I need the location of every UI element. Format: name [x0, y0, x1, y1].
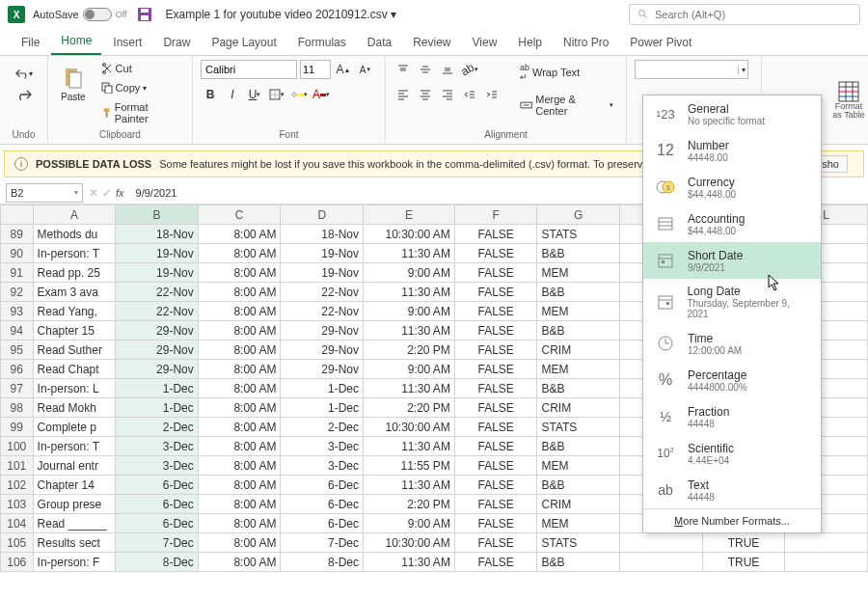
cell[interactable]: [785, 533, 868, 553]
format-option-fraction[interactable]: ½Fraction44448: [643, 398, 821, 435]
cell[interactable]: In-person: T: [33, 437, 116, 456]
cell[interactable]: Read pp. 25: [33, 263, 116, 283]
filename[interactable]: Example 1 for youtube video 20210912.csv…: [166, 8, 396, 21]
cell[interactable]: 3-Dec: [116, 456, 199, 476]
tab-data[interactable]: Data: [358, 30, 401, 55]
cell[interactable]: Read Chapt: [33, 360, 116, 379]
cell[interactable]: B&B: [537, 321, 620, 340]
cell[interactable]: 11:30 AM: [364, 553, 455, 572]
cell[interactable]: FALSE: [454, 283, 537, 302]
cell[interactable]: Chapter 14: [33, 476, 116, 495]
underline-button[interactable]: U▾: [245, 85, 264, 104]
cell[interactable]: 18-Nov: [116, 225, 199, 244]
tab-page-layout[interactable]: Page Layout: [202, 30, 285, 55]
cell[interactable]: 9:00 AM: [364, 263, 455, 283]
cancel-formula-icon[interactable]: ✕: [89, 186, 98, 200]
cell[interactable]: TRUE: [702, 533, 785, 553]
align-bottom-button[interactable]: [438, 60, 457, 79]
row-header[interactable]: 102: [1, 476, 34, 495]
fill-color-button[interactable]: ▾: [289, 85, 309, 104]
cell[interactable]: B&B: [537, 283, 620, 302]
autosave-toggle[interactable]: AutoSave Off: [33, 8, 127, 21]
tab-insert[interactable]: Insert: [103, 30, 151, 55]
cell[interactable]: 7-Dec: [116, 533, 199, 553]
cell[interactable]: [620, 553, 703, 572]
undo-button[interactable]: ▾: [14, 64, 34, 83]
cell[interactable]: 7-Dec: [281, 533, 364, 553]
col-header-E[interactable]: E: [364, 205, 455, 225]
col-header-B[interactable]: B: [116, 205, 199, 225]
cell[interactable]: 1-Dec: [116, 398, 199, 418]
row-header[interactable]: 98: [1, 398, 34, 418]
cell[interactable]: 2:20 PM: [364, 495, 455, 514]
cell[interactable]: 8:00 AM: [198, 553, 281, 572]
format-option-text[interactable]: abText44448: [643, 472, 821, 508]
cell[interactable]: 22-Nov: [116, 283, 199, 302]
cell[interactable]: FALSE: [454, 263, 537, 283]
cell[interactable]: 3-Dec: [116, 437, 199, 456]
cell[interactable]: 10:30:00 AM: [364, 533, 455, 553]
cell[interactable]: MEM: [537, 514, 620, 533]
cell[interactable]: [620, 533, 703, 553]
format-option-accounting[interactable]: Accounting$44,448.00: [643, 205, 821, 242]
cell[interactable]: 29-Nov: [281, 340, 364, 360]
cell[interactable]: 19-Nov: [116, 263, 199, 283]
table-row[interactable]: 106In-person: F8-Dec8:00 AM8-Dec11:30 AM…: [1, 553, 868, 572]
cell[interactable]: 2:20 PM: [364, 340, 455, 360]
row-header[interactable]: 106: [1, 553, 34, 572]
tab-home[interactable]: Home: [51, 28, 101, 55]
fx-icon[interactable]: fx: [116, 187, 124, 199]
col-header-A[interactable]: A: [33, 205, 116, 225]
search-box[interactable]: [629, 4, 860, 25]
tab-power-pivot[interactable]: Power Pivot: [620, 30, 701, 55]
redo-button[interactable]: [14, 85, 34, 104]
row-header[interactable]: 99: [1, 418, 34, 437]
copy-button[interactable]: Copy▾: [96, 79, 184, 96]
cell[interactable]: 8:00 AM: [198, 398, 281, 418]
cell[interactable]: FALSE: [454, 418, 537, 437]
save-icon[interactable]: [137, 7, 152, 22]
enter-formula-icon[interactable]: ✓: [102, 186, 112, 200]
format-option-scientific[interactable]: 102Scientific4.44E+04: [643, 435, 821, 472]
row-header[interactable]: 96: [1, 360, 34, 379]
tab-formulas[interactable]: Formulas: [288, 30, 356, 55]
cell[interactable]: FALSE: [454, 495, 537, 514]
cell[interactable]: 2-Dec: [116, 418, 199, 437]
more-number-formats[interactable]: More Number Formats...: [643, 508, 821, 532]
cell[interactable]: Read Mokh: [33, 398, 116, 418]
cell[interactable]: 8:00 AM: [198, 418, 281, 437]
cell[interactable]: 11:30 AM: [364, 283, 455, 302]
cell[interactable]: 10:30:00 AM: [364, 418, 455, 437]
cell[interactable]: FALSE: [454, 476, 537, 495]
cell[interactable]: CRIM: [537, 340, 620, 360]
font-color-button[interactable]: A▾: [312, 85, 331, 104]
row-header[interactable]: 92: [1, 283, 34, 302]
cell[interactable]: 8:00 AM: [198, 263, 281, 283]
paste-button[interactable]: Paste: [56, 60, 91, 108]
cell[interactable]: 8:00 AM: [198, 225, 281, 244]
cell[interactable]: 29-Nov: [116, 321, 199, 340]
row-header[interactable]: 90: [1, 244, 34, 263]
cell[interactable]: 9:00 AM: [364, 360, 455, 379]
col-header-C[interactable]: C: [198, 205, 281, 225]
cell[interactable]: 29-Nov: [116, 340, 199, 360]
table-row[interactable]: 105Results sect7-Dec8:00 AM7-Dec10:30:00…: [1, 533, 868, 553]
cell[interactable]: 2-Dec: [281, 418, 364, 437]
tab-help[interactable]: Help: [508, 30, 552, 55]
align-right-button[interactable]: [438, 85, 457, 104]
cell[interactable]: Complete p: [33, 418, 116, 437]
row-header[interactable]: 91: [1, 263, 34, 283]
row-header[interactable]: 101: [1, 456, 34, 476]
format-table-button[interactable]: Format as Table: [829, 71, 868, 129]
cell[interactable]: Read Yang,: [33, 302, 116, 321]
wrap-text-button[interactable]: ab↵Wrap Text: [515, 60, 618, 85]
cell[interactable]: 8:00 AM: [198, 437, 281, 456]
col-header-F[interactable]: F: [454, 205, 537, 225]
cell[interactable]: 29-Nov: [281, 321, 364, 340]
cell[interactable]: MEM: [537, 360, 620, 379]
cell[interactable]: FALSE: [454, 302, 537, 321]
shrink-font-button[interactable]: A▼: [356, 60, 375, 79]
cell[interactable]: 11:30 AM: [364, 379, 455, 398]
cell[interactable]: 19-Nov: [281, 263, 364, 283]
cell[interactable]: FALSE: [454, 533, 537, 553]
